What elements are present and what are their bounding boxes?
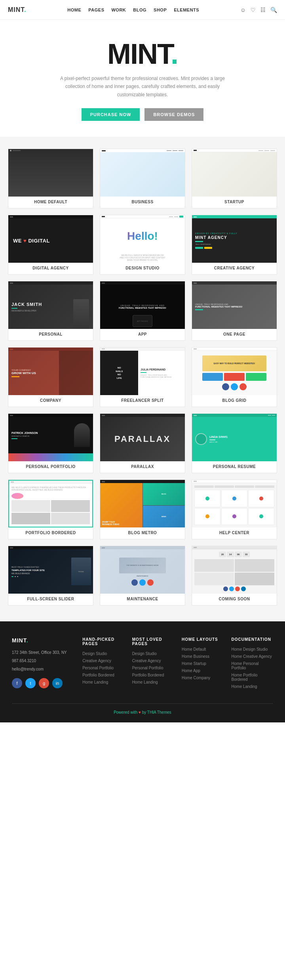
demo-card-portfolio-bordered[interactable]: WE HELP CLIENTS EXPRESS THEMSELVES AND T… — [8, 479, 93, 539]
browse-button[interactable]: BROWSE DEMOS — [144, 108, 203, 121]
demo-thumb-parallax: PARALLAX — [100, 414, 185, 461]
cart-icon[interactable]: ☷ — [260, 7, 266, 13]
demos-section: COMPLETE & HIGHLYCREATIVEMENU SOLUTIONS!… — [0, 137, 285, 621]
footer-link-doc-home-landing[interactable]: Home Landing — [232, 684, 273, 689]
demo-card-startup[interactable]: START YOUR BUSINESS TODAY STARTUP — [192, 149, 277, 208]
demo-thumb-coming-soon: 20 14 06 33 — [192, 546, 277, 594]
nav-home[interactable]: HOME — [67, 8, 81, 12]
footer-link-portfolio-bordered-hp[interactable]: Portfolio Bordered — [82, 673, 124, 677]
demo-label-startup: STARTUP — [192, 197, 277, 208]
demo-card-design-studio[interactable]: Hello! WE'RE FULL SERVICE WHEN MEANS WE … — [100, 215, 185, 275]
nav-icons: ☺ ♡ ☷ 🔍 — [240, 7, 277, 13]
footer-link-doc-portfolio-bordered[interactable]: Home Portfolio Bordered — [232, 673, 273, 682]
user-icon[interactable]: ☺ — [240, 7, 246, 13]
footer-link-doc-personal-portfolio[interactable]: Home Personal Portfolio — [232, 661, 273, 670]
nav-blog[interactable]: BLOG — [133, 8, 146, 12]
demo-label-blog-metro: BLOG METRO — [100, 527, 185, 539]
demo-label-home-default: HOME DEFAULT — [8, 197, 93, 208]
footer-link-design-studio-ml[interactable]: Design Studio — [132, 651, 174, 656]
googleplus-button[interactable]: g — [39, 678, 49, 688]
demo-label-one-page: ONE PAGE — [192, 329, 277, 340]
demo-thumb-design-studio: Hello! WE'RE FULL SERVICE WHEN MEANS WE … — [100, 215, 185, 263]
hero-dot: . — [171, 38, 178, 70]
heart-icon[interactable]: ♡ — [251, 7, 256, 13]
footer-link-personal-portfolio-hp[interactable]: Personal Portfolio — [82, 666, 124, 670]
demo-label-digital-agency: DIGITAL AGENCY — [8, 263, 93, 274]
demo-card-personal-resume[interactable]: LINDA SIMMS ABOUT ME PERSONAL RESUME — [192, 413, 277, 473]
twitter-button[interactable]: t — [25, 678, 36, 688]
demo-card-personal-portfolio[interactable]: PATRICK JOHNSON DESIGNER & CREATIVE PERS… — [8, 413, 93, 473]
footer-bottom: Powered with ♥ by THIA Themes — [12, 703, 273, 714]
demo-label-personal-portfolio: PERSONAL PORTFOLIO — [8, 461, 93, 473]
hero-subtitle: A pixel-perfect powerful theme for profe… — [59, 75, 226, 99]
footer-col-heading-handpicked: HAND-PICKED PAGES — [82, 637, 124, 646]
search-icon[interactable]: 🔍 — [270, 7, 277, 13]
demo-thumb-creative-agency: DRIVEN BY CREATIVITY & FULLY MINT AGENCY… — [192, 215, 277, 263]
nav-elements[interactable]: ELEMENTS — [174, 8, 199, 12]
demo-thumb-one-page: UNIQUE, TRULY RESPONSIVE AND FUNCTIONAL … — [192, 281, 277, 329]
demo-thumb-startup: START YOUR BUSINESS TODAY — [192, 149, 277, 197]
footer-link-home-company[interactable]: Home Company — [182, 676, 223, 680]
demo-thumb-blog-grid: EASY WAY TO BUILD PERFECT WEBSITES! — [192, 348, 277, 395]
footer-link-home-landing-hp[interactable]: Home Landing — [82, 680, 124, 684]
footer-link-doc-design-studio[interactable]: Home Design Studio — [232, 647, 273, 651]
demo-card-home-default[interactable]: COMPLETE & HIGHLYCREATIVEMENU SOLUTIONS!… — [8, 149, 93, 208]
demo-card-blog-metro[interactable]: START YOURBUSINESS TODAY BLOG NEWS BLOG … — [100, 479, 185, 539]
facebook-button[interactable]: f — [12, 678, 22, 688]
footer-link-personal-portfolio-ml[interactable]: Personal Portfolio — [132, 666, 174, 670]
demo-thumb-personal: JACK SMITH DESIGNER & DEVELOPER — [8, 281, 93, 329]
footer-link-doc-creative-agency[interactable]: Home Creative Agency — [232, 654, 273, 659]
demo-card-one-page[interactable]: UNIQUE, TRULY RESPONSIVE AND FUNCTIONAL … — [192, 281, 277, 341]
demo-card-coming-soon[interactable]: 20 14 06 33 — [192, 546, 277, 606]
demo-thumb-blog-metro: START YOURBUSINESS TODAY BLOG NEWS — [100, 480, 185, 527]
demo-label-personal: PERSONAL — [8, 329, 93, 340]
footer-link-creative-agency-hp[interactable]: Creative Agency — [82, 659, 124, 663]
demo-label-help-center: HELP CENTER — [192, 527, 277, 539]
footer-phone: 987.654.3210 — [12, 657, 74, 664]
hero-title: MINT. — [8, 40, 277, 68]
demo-card-full-screen-slider[interactable]: BEST-TRULY HANDCRAFTED TEMPLATES FOR YOU… — [8, 546, 93, 606]
demo-card-blog-grid[interactable]: EASY WAY TO BUILD PERFECT WEBSITES! BLOG… — [192, 347, 277, 407]
footer-link-home-app[interactable]: Home App — [182, 669, 223, 673]
demo-card-help-center[interactable]: HELP CENTER — [192, 479, 277, 539]
demo-card-app[interactable]: UNIQUE, TRULY RESPONSIVE AND FUNCTIONAL … — [100, 281, 185, 341]
nav-work[interactable]: WORK — [111, 8, 126, 12]
demo-thumb-home-default: COMPLETE & HIGHLYCREATIVEMENU SOLUTIONS! — [8, 149, 93, 197]
demo-card-business[interactable]: COMPLETE & HIGHLYCREATIVEMENU SOLUTIONS … — [100, 149, 185, 208]
footer-col-heading-homelayouts: HOME LAYOUTS — [182, 637, 223, 642]
demo-thumb-personal-resume: LINDA SIMMS ABOUT ME — [192, 414, 277, 461]
demo-card-digital-agency[interactable]: WE ♥ DIGITAL DIGITAL AGENCY — [8, 215, 93, 275]
footer-link-home-landing-ml[interactable]: Home Landing — [132, 680, 174, 684]
demo-card-creative-agency[interactable]: DRIVEN BY CREATIVITY & FULLY MINT AGENCY… — [192, 215, 277, 275]
nav-shop[interactable]: SHOP — [154, 8, 167, 12]
demo-label-business: BUSINESS — [100, 197, 185, 208]
demo-label-design-studio: DESIGN STUDIO — [100, 263, 185, 274]
footer-link-home-business[interactable]: Home Business — [182, 654, 223, 659]
demo-thumb-personal-portfolio: PATRICK JOHNSON DESIGNER & CREATIVE — [8, 414, 93, 461]
demos-grid: COMPLETE & HIGHLYCREATIVEMENU SOLUTIONS!… — [8, 149, 277, 606]
purchase-button[interactable]: PURCHASE NOW — [82, 108, 140, 121]
footer-col-documentation: DOCUMENTATION Home Design Studio Home Cr… — [232, 637, 273, 692]
footer-link-portfolio-bordered-ml[interactable]: Portfolio Bordered — [132, 673, 174, 677]
demo-card-personal[interactable]: JACK SMITH DESIGNER & DEVELOPER PERSONAL — [8, 281, 93, 341]
nav-links: HOME PAGES WORK BLOG SHOP ELEMENTS — [67, 8, 199, 12]
demo-label-portfolio-bordered: PORTFOLIO BORDERED — [8, 527, 93, 539]
nav-logo[interactable]: MINT. — [8, 6, 27, 13]
demo-thumb-portfolio-bordered: WE HELP CLIENTS EXPRESS THEMSELVES AND T… — [8, 480, 93, 527]
demo-card-company[interactable]: YOUR COMPANY GROW WITH US COMPANY — [8, 347, 93, 407]
demo-thumb-full-screen-slider: BEST-TRULY HANDCRAFTED TEMPLATES FOR YOU… — [8, 546, 93, 594]
footer-link-creative-agency-ml[interactable]: Creative Agency — [132, 659, 174, 663]
footer-col-mostloved: MOST LOVED PAGES Design Studio Creative … — [132, 637, 174, 692]
demo-card-parallax[interactable]: PARALLAX PARALLAX — [100, 413, 185, 473]
demo-label-company: COMPANY — [8, 395, 93, 407]
nav-pages[interactable]: PAGES — [88, 8, 104, 12]
demo-card-freelancer-split[interactable]: nonailsnolife JULIA FERDINAND UNIQUE. TR… — [100, 347, 185, 407]
footer-link-home-startup[interactable]: Home Startup — [182, 661, 223, 666]
footer-link-home-default[interactable]: Home Default — [182, 647, 223, 651]
footer-logo: MINT. — [12, 637, 74, 644]
footer-link-design-studio-hp[interactable]: Design Studio — [82, 651, 124, 656]
demo-label-personal-resume: PERSONAL RESUME — [192, 461, 277, 473]
demo-label-full-screen-slider: FULL-SCREEN SLIDER — [8, 594, 93, 605]
demo-card-maintenance[interactable]: THE WEBSITE IS IN MAINTENANCE MODE MAINT… — [100, 546, 185, 606]
linkedin-button[interactable]: in — [52, 678, 63, 688]
